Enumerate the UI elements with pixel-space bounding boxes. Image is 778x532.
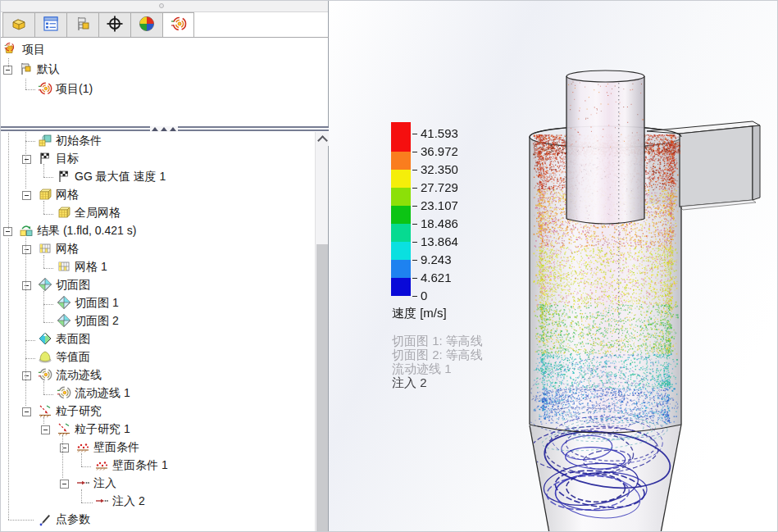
graphics-viewport[interactable]: 速度 [m/s] 41.59336.97232.35027.72923.1071… <box>329 1 778 532</box>
tree-item-label: 网格 <box>56 188 79 202</box>
tree-item-label: 切面图 <box>56 278 90 293</box>
tree-connector <box>8 58 9 67</box>
tree-item[interactable]: 初始条件 <box>1 132 312 150</box>
tree-item[interactable]: 目标 <box>1 150 312 168</box>
legend-tick-label: 41.593 <box>421 127 458 140</box>
legend-tick <box>412 242 417 243</box>
legend-tick-label: 27.729 <box>421 181 458 194</box>
legend-color-bar[interactable] <box>391 122 411 296</box>
tree-connector <box>43 417 44 424</box>
tree-item-label: 粒子研究 <box>56 404 102 419</box>
legend-tick-label: 9.243 <box>421 253 452 266</box>
triangle-up-icon <box>152 127 158 131</box>
tree-item-label: 注入 2 <box>112 494 145 509</box>
tree-scrollbar[interactable] <box>315 132 328 532</box>
tree-item[interactable]: 表面图 <box>1 330 312 348</box>
tree-item-label: 流动迹线 1 <box>75 386 130 401</box>
scroll-up-button[interactable] <box>316 132 329 146</box>
scroll-thumb[interactable] <box>316 244 328 532</box>
legend-title: 速度 [m/s] <box>392 306 447 321</box>
expand-toggle[interactable] <box>22 191 31 200</box>
legend-tick-label: 23.107 <box>421 199 458 212</box>
results-icon <box>19 223 34 238</box>
tree-item[interactable]: 点参数 <box>1 511 312 529</box>
tree-connector <box>8 239 9 520</box>
legend-tick-label: 32.350 <box>421 163 458 176</box>
legend-tick <box>412 278 417 279</box>
tree-item[interactable]: 项目 <box>1 41 312 59</box>
particle-study-icon <box>57 421 71 436</box>
tree-item[interactable]: 网格 <box>1 240 312 258</box>
tree-item[interactable]: 默认 <box>1 61 312 79</box>
tree-connector <box>8 130 9 229</box>
expand-toggle[interactable] <box>22 407 31 416</box>
tree-connector <box>81 453 82 466</box>
tree-item[interactable]: 粒子研究 1 <box>1 421 312 439</box>
expand-toggle[interactable] <box>22 245 31 254</box>
legend-tick <box>412 206 417 207</box>
tree-item[interactable]: 网格 1 <box>1 258 312 276</box>
tree-item[interactable]: 切面图 1 <box>1 294 312 312</box>
tree-item[interactable]: 网格 <box>1 186 312 204</box>
tree-connector <box>43 304 53 305</box>
wall-conditions-icon <box>75 439 90 454</box>
tree-item-label: 项目(1) <box>56 82 93 97</box>
cut-plot-icon <box>38 277 52 292</box>
tree-item[interactable]: 流动迹线 <box>1 366 312 384</box>
tree-item-label: 初始条件 <box>56 134 102 148</box>
tree-item[interactable]: 流动迹线 1 <box>1 384 312 402</box>
legend-tick <box>412 134 417 134</box>
legend-tick <box>412 152 417 152</box>
tree-item[interactable]: 全局网格 <box>1 204 312 222</box>
splitter-grip[interactable] <box>150 126 178 132</box>
tree-connector <box>25 130 26 189</box>
flow-sim-icon <box>38 81 52 96</box>
minus-icon <box>6 70 10 70</box>
tree-item[interactable]: 结果 (1.fld, 0.421 s) <box>1 222 312 240</box>
legend-tick-label: 4.621 <box>421 271 452 284</box>
tree-item[interactable]: 项目(1) <box>1 80 312 98</box>
tree-connector <box>25 340 35 341</box>
expand-toggle[interactable] <box>60 443 69 452</box>
tree-item[interactable]: 注入 2 <box>1 493 312 511</box>
legend-band <box>391 188 411 206</box>
tree-item-label: 点参数 <box>56 512 90 527</box>
expand-toggle[interactable] <box>22 371 31 380</box>
tree-connector <box>43 177 53 178</box>
feature-manager-panel: 项目 默认 项目(1) 初始条件 目标 GG 最大值 速度 1 网格 全局网格 … <box>1 1 329 532</box>
legend-tick <box>412 260 417 261</box>
minus-icon <box>25 195 29 196</box>
flow-project-icon <box>4 42 19 57</box>
injection-icon <box>94 493 109 508</box>
tree-item[interactable]: 切面图 <box>1 276 312 294</box>
tree-item[interactable]: 壁面条件 <box>1 439 312 457</box>
triangle-up-icon <box>161 127 167 131</box>
tree-item[interactable]: 粒子研究 <box>1 402 312 421</box>
tree-connector <box>43 164 44 177</box>
goal-item-icon <box>57 169 71 184</box>
tree-item[interactable]: 切面图 2 <box>1 312 312 330</box>
expand-toggle[interactable] <box>60 480 69 489</box>
tree-connector <box>43 268 53 269</box>
legend-tick-label: 0 <box>421 289 427 302</box>
expand-toggle[interactable] <box>22 155 31 164</box>
tree-item-label: 流动迹线 <box>56 368 102 383</box>
tree-item[interactable]: 注入 <box>1 475 312 493</box>
tree-item-label: 全局网格 <box>75 206 121 221</box>
plot-captions: 切面图 1: 等高线切面图 2: 等高线流动迹线 1注入 2 <box>392 334 483 389</box>
simulation-tree: 项目 默认 项目(1) 初始条件 目标 GG 最大值 速度 1 网格 全局网格 … <box>1 1 315 532</box>
expand-toggle[interactable] <box>22 281 31 290</box>
tree-connector <box>62 435 63 478</box>
tree-connector <box>43 322 53 323</box>
tree-item[interactable]: 等值面 <box>1 348 312 366</box>
tree-item[interactable]: 壁面条件 1 <box>1 457 312 475</box>
plot-caption: 流动迹线 1 <box>392 361 483 375</box>
mesh-plot-icon <box>38 241 52 256</box>
legend-tick <box>412 170 417 171</box>
point-parameters-icon <box>38 512 52 526</box>
tree-connector <box>43 201 44 214</box>
tree-connector <box>81 466 91 467</box>
expand-toggle[interactable] <box>41 425 50 434</box>
tree-connector <box>81 489 82 502</box>
panel-splitter[interactable] <box>1 126 329 132</box>
